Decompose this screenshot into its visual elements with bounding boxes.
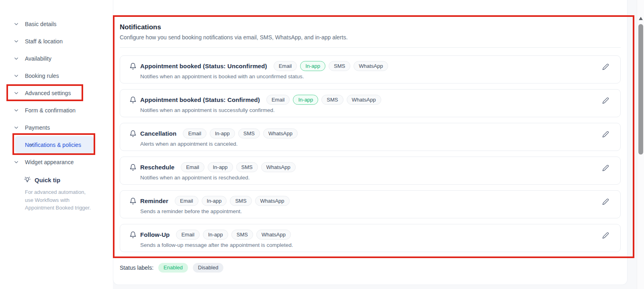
scrollbar[interactable]: [637, 0, 644, 289]
channel-badge-in-app[interactable]: In-app: [208, 162, 233, 172]
channel-badge-in-app[interactable]: In-app: [210, 128, 235, 138]
notification-description: Sends a reminder before the appointment.: [140, 208, 612, 214]
chevron-down-icon: [28, 142, 34, 148]
channel-badge-whatsapp[interactable]: WhatsApp: [354, 61, 388, 71]
sidebar-item-label: Staff & location: [25, 38, 63, 45]
status-enabled-badge: Enabled: [158, 263, 188, 273]
channel-badges: EmailIn-appSMSWhatsApp: [175, 196, 290, 206]
chevron-down-icon: [13, 55, 19, 61]
channel-badge-in-app[interactable]: In-app: [203, 230, 228, 240]
page-subtitle: Configure how you send booking notificat…: [120, 34, 621, 41]
pencil-icon: [602, 198, 609, 205]
sidebar-item-basic-details[interactable]: Basic details: [0, 15, 113, 33]
sidebar-item-widget-appearance[interactable]: Widget appearance: [0, 153, 113, 171]
channel-badge-whatsapp[interactable]: WhatsApp: [347, 95, 381, 105]
channel-badge-email[interactable]: Email: [183, 128, 206, 138]
sidebar-item-label: Payments: [25, 124, 50, 131]
channel-badge-whatsapp[interactable]: WhatsApp: [256, 230, 291, 240]
sidebar: Basic details Staff & location Availabil…: [0, 0, 113, 289]
edit-button[interactable]: [601, 129, 611, 139]
channel-badge-email[interactable]: Email: [274, 61, 297, 71]
edit-button[interactable]: [601, 230, 611, 240]
notification-list: Appointment booked (Status: Unconfirmed)…: [120, 55, 621, 252]
pencil-icon: [602, 165, 609, 171]
notification-title: Appointment booked (Status: Unconfirmed): [140, 63, 267, 69]
chevron-down-icon: [13, 38, 19, 44]
notification-card-header: Reminder EmailIn-appSMSWhatsApp: [129, 195, 612, 206]
channel-badge-sms[interactable]: SMS: [238, 128, 260, 138]
bell-icon: [129, 197, 137, 205]
channel-badge-in-app[interactable]: In-app: [202, 196, 227, 206]
pencil-icon: [602, 63, 609, 70]
chevron-down-icon: [13, 124, 19, 130]
notification-title: Reminder: [140, 197, 168, 204]
sidebar-item-payments[interactable]: Payments: [0, 119, 113, 136]
channel-badges: EmailIn-appSMSWhatsApp: [181, 162, 296, 172]
edit-button[interactable]: [601, 197, 611, 207]
sidebar-item-availability[interactable]: Availability: [0, 50, 113, 67]
notification-description: Alerts when an appointment is canceled.: [140, 141, 612, 147]
sidebar-item-label: Widget appearance: [25, 159, 74, 165]
channel-badge-email[interactable]: Email: [266, 95, 290, 105]
quick-tip-title: Quick tip: [35, 177, 60, 183]
sidebar-item-label: Form & confirmation: [25, 107, 76, 114]
channel-badge-sms[interactable]: SMS: [236, 162, 258, 172]
chevron-down-icon: [13, 21, 19, 27]
sidebar-item-booking-rules[interactable]: Booking rules: [0, 67, 113, 84]
channel-badge-sms[interactable]: SMS: [321, 95, 343, 105]
notification-card-header: Cancellation EmailIn-appSMSWhatsApp: [129, 128, 612, 139]
notification-card-header: Appointment booked (Status: Confirmed) E…: [129, 94, 612, 105]
pencil-icon: [602, 131, 609, 138]
quick-tip-header: Quick tip: [23, 176, 100, 184]
notification-card: Appointment booked (Status: Unconfirmed)…: [120, 55, 621, 83]
channel-badge-whatsapp[interactable]: WhatsApp: [255, 196, 290, 206]
channel-badges: EmailIn-appSMSWhatsApp: [183, 128, 298, 138]
sidebar-item-advanced-settings[interactable]: Advanced settings: [0, 84, 113, 102]
channel-badge-sms[interactable]: SMS: [230, 196, 251, 206]
bell-icon: [129, 231, 137, 238]
edit-button[interactable]: [601, 163, 611, 173]
divider: [120, 47, 621, 48]
notification-card: Reminder EmailIn-appSMSWhatsApp Sends a …: [120, 190, 621, 218]
chevron-down-icon: [13, 159, 19, 165]
scrollbar-up-arrow-icon[interactable]: [639, 17, 643, 20]
edit-button[interactable]: [601, 62, 611, 72]
status-legend: Status labels: Enabled Disabled: [120, 263, 621, 273]
sidebar-item-label: Booking rules: [25, 73, 59, 79]
channel-badge-email[interactable]: Email: [175, 196, 198, 206]
bell-icon: [129, 63, 137, 70]
sidebar-item-form-confirmation[interactable]: Form & confirmation: [0, 102, 113, 119]
channel-badge-email[interactable]: Email: [176, 230, 200, 240]
channel-badges: EmailIn-appSMSWhatsApp: [266, 95, 381, 105]
status-legend-label: Status labels:: [120, 265, 153, 271]
channel-badge-in-app[interactable]: In-app: [293, 95, 318, 105]
sidebar-nav: Basic details Staff & location Availabil…: [0, 15, 113, 171]
channel-badge-sms[interactable]: SMS: [329, 61, 350, 71]
sidebar-item-label: Basic details: [25, 21, 57, 27]
chevron-down-icon: [13, 90, 19, 96]
notification-card: Reschedule EmailIn-appSMSWhatsApp Notifi…: [120, 157, 621, 185]
channel-badge-in-app[interactable]: In-app: [300, 61, 325, 71]
chevron-down-icon: [13, 107, 19, 113]
notification-card: Cancellation EmailIn-appSMSWhatsApp Aler…: [120, 123, 621, 151]
quick-tip: Quick tip For advanced automation, use W…: [0, 176, 100, 212]
channel-badges: EmailIn-appSMSWhatsApp: [274, 61, 388, 71]
channel-badge-sms[interactable]: SMS: [231, 230, 253, 240]
scrollbar-thumb[interactable]: [638, 24, 643, 155]
pencil-icon: [602, 232, 609, 239]
notification-card-header: Reschedule EmailIn-appSMSWhatsApp: [129, 162, 612, 173]
bell-icon: [129, 96, 137, 104]
channel-badge-whatsapp[interactable]: WhatsApp: [261, 162, 296, 172]
channel-badge-email[interactable]: Email: [181, 162, 204, 172]
channel-badge-whatsapp[interactable]: WhatsApp: [263, 128, 298, 138]
chevron-down-icon: [13, 73, 19, 79]
sidebar-item-notifications-policies[interactable]: Notifications & policies: [15, 136, 94, 153]
bell-icon: [129, 164, 137, 171]
notification-card-header: Appointment booked (Status: Unconfirmed)…: [129, 61, 612, 71]
notification-description: Sends a follow-up message after the appo…: [140, 242, 612, 248]
notification-title: Reschedule: [140, 164, 174, 171]
bell-icon: [129, 130, 137, 137]
sidebar-item-staff-location[interactable]: Staff & location: [0, 33, 113, 50]
notification-title: Cancellation: [140, 130, 176, 137]
edit-button[interactable]: [601, 96, 611, 106]
